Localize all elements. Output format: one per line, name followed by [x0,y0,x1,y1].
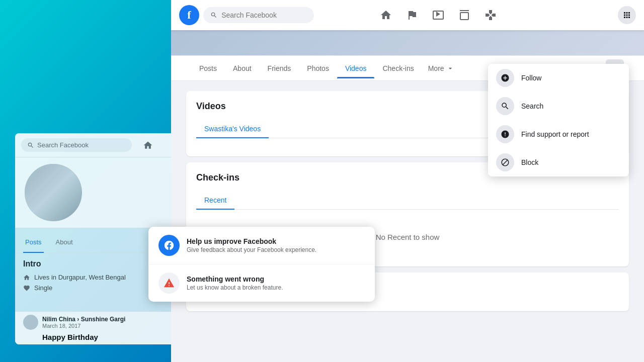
tab-videos[interactable]: Videos [337,58,375,78]
nav-store-btn[interactable] [452,3,476,27]
search-bar[interactable] [203,7,314,23]
grid-menu-btn[interactable] [618,6,636,24]
follow-icon [496,69,514,87]
nav-video-btn[interactable] [426,3,450,27]
nav-right [618,6,636,24]
bg-avatar [23,162,84,223]
checkins-tab-recent[interactable]: Recent [196,191,234,209]
tab-friends[interactable]: Friends [260,58,299,78]
feedback-wrong-item[interactable]: Something went wrong Let us know about a… [148,264,375,302]
dropdown-follow-item[interactable]: Follow [488,64,629,92]
search-input[interactable] [221,11,307,19]
profile-header [171,30,644,56]
fb-logo-letter: f [187,9,191,22]
bg-tab-posts[interactable]: Posts [23,232,44,253]
block-icon [496,153,514,171]
feedback-fb-icon [158,235,180,256]
nav-flag-btn[interactable] [400,3,424,27]
feedback-wrong-text: Something went wrong Let us know about a… [187,275,283,291]
dropdown-block-item[interactable]: Block [488,148,629,176]
report-icon [496,125,514,143]
videos-tab-swastika[interactable]: Swastika's Videos [196,120,269,138]
feedback-warning-icon [158,273,180,294]
bg-post-name: Nilim China › Sunshine Gargi [42,316,125,323]
feedback-improve-text: Help us improve Facebook Give feedback a… [187,237,316,253]
fb-logo[interactable]: f [179,5,199,25]
tab-posts[interactable]: Posts [191,58,225,78]
nav-gamepad-btn[interactable] [478,3,503,27]
dropdown-search-label: Search [521,102,543,110]
main-window: f [171,0,644,362]
navbar: f [171,0,644,30]
dropdown-menu: Follow Search Find support or report [488,64,629,176]
bg-post-date: March 18, 2017 [42,323,125,329]
dropdown-search-item[interactable]: Search [488,92,629,120]
more-button[interactable]: More [422,60,460,76]
more-label: More [428,64,444,72]
nav-icons [374,3,503,27]
dropdown-report-item[interactable]: Find support or report [488,120,629,148]
tab-photos[interactable]: Photos [299,58,337,78]
feedback-improve-item[interactable]: Help us improve Facebook Give feedback a… [148,227,375,264]
profile-cover [171,30,644,55]
tab-about[interactable]: About [225,58,260,78]
bg-search-bar[interactable]: Search Facebook [21,138,132,152]
dropdown-block-label: Block [521,158,538,166]
dropdown-report-label: Find support or report [521,130,589,138]
feedback-popup: Help us improve Facebook Give feedback a… [148,227,375,302]
nav-home-btn[interactable] [374,3,398,27]
bg-search-text: Search Facebook [37,141,89,149]
bg-home-icon [142,139,154,151]
tab-checkins[interactable]: Check-ins [374,58,422,78]
bg-tab-about[interactable]: About [54,232,75,253]
checkins-tab-list: Recent [196,191,619,210]
dropdown-follow-label: Follow [521,74,541,82]
dropdown-search-icon [496,97,514,115]
